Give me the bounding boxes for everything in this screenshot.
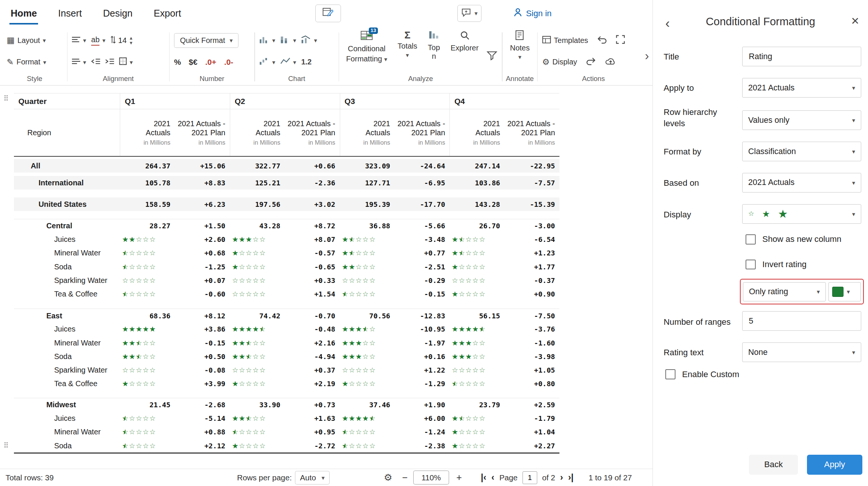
star-filled-icons: ★★★★★ [232, 381, 239, 388]
close-icon[interactable]: × [851, 14, 859, 28]
column-chart-button[interactable]: ▾ [259, 35, 275, 46]
increase-decimal-button[interactable]: .0+ [205, 58, 216, 67]
combo-chart-button[interactable]: ▾ [301, 35, 317, 46]
rating-color-select[interactable]: ▾ [828, 282, 861, 301]
edit-sheet-button[interactable] [315, 5, 341, 22]
rating-cell: ☆☆☆☆☆★★★★★ [340, 249, 395, 257]
display-style-select[interactable]: ☆ ★ ★ ▾ [742, 204, 861, 224]
increase-indent-button[interactable] [105, 58, 114, 66]
back-button[interactable]: Back [749, 455, 798, 475]
filter-button[interactable] [486, 50, 498, 63]
tab-design[interactable]: Design [102, 2, 134, 24]
display-button[interactable]: ⚙ Display [542, 58, 577, 66]
quick-format-button[interactable]: Quick Format ▾ [174, 33, 238, 47]
show-as-new-column-checkbox[interactable]: Show as new column [746, 234, 841, 245]
invert-rating-checkbox[interactable]: Invert rating [746, 260, 807, 270]
percent-format-button[interactable]: % [174, 58, 181, 67]
table-row: Juices☆☆☆☆☆★★★★★+3.86☆☆☆☆☆★★★★★-0.48☆☆☆☆… [14, 322, 559, 336]
selection-frame-button[interactable] [616, 35, 625, 46]
stacked-chart-button[interactable]: ▾ [280, 35, 296, 46]
star-outline-icons: ☆☆☆☆☆ [342, 428, 376, 436]
currency-format-button[interactable]: $€ [189, 58, 197, 67]
line-chart-button[interactable]: ▾ [280, 57, 296, 67]
decrease-indent-button[interactable] [91, 58, 100, 66]
row-hierarchy-select[interactable]: Values only▾ [742, 110, 861, 130]
waterfall-chart-button[interactable]: ▾ [259, 57, 275, 67]
top-n-button[interactable]: Top n [425, 30, 443, 61]
layout-button[interactable]: ▦ Layout▾ [7, 36, 46, 45]
last-page-button[interactable]: ›| [568, 473, 574, 482]
explorer-button[interactable]: Explorer [451, 30, 478, 52]
add-comment-button[interactable]: ▾ [457, 5, 481, 21]
borders-button[interactable]: ▾ [119, 57, 133, 67]
conditional-formatting-button[interactable]: 13 Conditional Formatting ▾ [344, 30, 390, 63]
zoom-out-button[interactable]: − [402, 472, 408, 483]
redo-button[interactable] [586, 57, 596, 67]
chevron-down-icon: ▾ [852, 211, 855, 217]
notes-button[interactable]: Notes ▾ [510, 30, 530, 60]
value-cell: -1.24 [395, 428, 450, 436]
table-drag-handle-bottom[interactable]: ⠿ [3, 442, 9, 449]
table-row: Tea & Coffee☆☆☆☆☆★★★★★-0.60☆☆☆☆☆★★★★★+1.… [14, 287, 559, 301]
checkbox-box[interactable] [746, 234, 756, 245]
totals-button[interactable]: Σ Totals ▾ [397, 30, 417, 58]
star-rating: ☆☆☆☆☆★★★★★ [122, 277, 156, 284]
checkbox-box[interactable] [746, 260, 756, 270]
checkbox-box[interactable] [665, 369, 675, 379]
value-cell: +0.73 [285, 401, 340, 409]
undo-button[interactable] [597, 35, 607, 46]
only-rating-select[interactable]: Only rating▾ [743, 282, 826, 301]
vertical-align-button[interactable]: ▾ [72, 36, 86, 45]
table-drag-handle-top[interactable]: ⠿ [3, 95, 9, 102]
next-page-button[interactable]: › [560, 473, 563, 482]
templates-button[interactable]: Templates [542, 36, 588, 46]
rows-per-page-select[interactable]: Auto ▾ [295, 471, 329, 484]
zoom-in-button[interactable]: + [456, 472, 462, 483]
title-input[interactable] [742, 47, 861, 66]
star-filled-icons: ★★★★★ [122, 443, 125, 450]
settings-gear-icon[interactable]: ⚙ [384, 473, 393, 482]
value-cell: +1.54 [285, 290, 340, 298]
zoom-level-box[interactable]: 110% [413, 471, 449, 484]
based-on-select[interactable]: 2021 Actuals▾ [742, 173, 861, 193]
previous-page-button[interactable]: ‹ [491, 473, 494, 482]
upload-button[interactable] [605, 57, 616, 67]
decrease-decimal-button[interactable]: .0- [224, 58, 233, 67]
format-button[interactable]: ✎ Format▾ [7, 58, 46, 66]
enable-custom-checkbox[interactable]: Enable Custom [665, 369, 739, 379]
apply-to-select[interactable]: 2021 Actuals▾ [742, 78, 861, 98]
ribbon-group-chart: ▾ ▾ ▾ ▾ [256, 28, 338, 85]
panel-title: Conditional Formatting [653, 15, 868, 28]
font-size-stepper[interactable]: ▲▼ [129, 36, 133, 46]
value-cell: 127.71 [340, 179, 395, 187]
star-rating: ☆☆☆☆☆★★★★★ [342, 367, 376, 374]
number-of-ranges-input[interactable] [742, 311, 861, 331]
tab-home[interactable]: Home [9, 2, 38, 24]
font-size-control[interactable]: 14 ▲▼ [110, 36, 133, 46]
table-row: Juices☆☆☆☆☆★★★★★-5.14☆☆☆☆☆★★★★★+1.63☆☆☆☆… [14, 412, 559, 425]
chevron-down-icon: ▾ [518, 54, 521, 60]
value-cell: 74.42 [230, 312, 285, 320]
value-cell: 105.78 [120, 179, 175, 187]
value-cell: -1.25 [175, 263, 230, 271]
apply-button[interactable]: Apply [807, 455, 862, 475]
chart-ratio-button[interactable]: 1.2 [301, 58, 312, 66]
quarter-header-q3: Q3 [340, 93, 450, 109]
text-style-button[interactable]: ab ▾ [91, 35, 105, 45]
region-header-cell: Region [14, 109, 120, 156]
tab-export[interactable]: Export [153, 2, 182, 24]
row-hierarchy-label: Row hierarchy levels [664, 107, 728, 129]
value-cell: 26.70 [449, 222, 504, 230]
column-header-cell: 2021Actualsin Millions [340, 109, 395, 156]
first-page-button[interactable]: |‹ [481, 473, 486, 482]
horizontal-align-button[interactable]: ▾ [72, 58, 86, 66]
format-by-select[interactable]: Classification▾ [742, 142, 861, 161]
rating-cell: ☆☆☆☆☆★★★★★ [449, 249, 504, 257]
tab-insert[interactable]: Insert [57, 2, 83, 24]
star-rating: ☆☆☆☆☆★★★★★ [122, 353, 156, 361]
page-input[interactable] [523, 471, 537, 484]
value-cell: +1.90 [395, 401, 450, 409]
rating-text-select[interactable]: None▾ [742, 342, 861, 362]
sign-in-button[interactable]: Sign in [509, 5, 556, 21]
ribbon-expand-chevron[interactable]: › [642, 48, 653, 64]
